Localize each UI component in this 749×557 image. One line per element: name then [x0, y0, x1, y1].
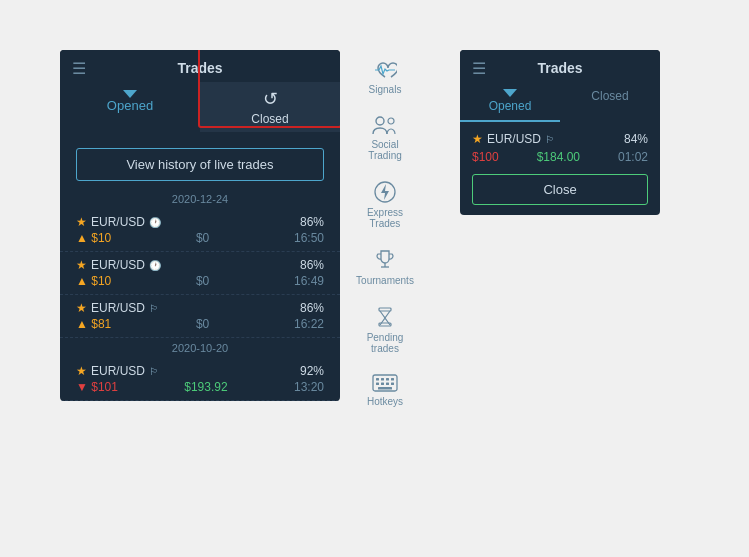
star-icon: ★	[76, 364, 87, 378]
svg-point-2	[388, 118, 394, 124]
popup-trade-pair: ★ EUR/USD 🏳	[472, 132, 555, 146]
keyboard-icon	[372, 374, 398, 392]
view-history-button[interactable]: View history of live trades	[76, 148, 324, 181]
amount-label: ▲ $10	[76, 231, 111, 245]
svg-rect-17	[391, 383, 394, 386]
table-row: ★ EUR/USD 🕐 86% ▲ $10 $0 16:50	[60, 209, 340, 252]
flag-icon: 🏳	[149, 303, 159, 314]
popup-star-icon: ★	[472, 132, 483, 146]
trade-row-bottom: ▼ $101 $193.92 13:20	[76, 380, 324, 394]
trade-pair: ★ EUR/USD 🏳	[76, 364, 159, 378]
popup-opened-caret	[503, 89, 517, 97]
amount-label: ▲ $10	[76, 274, 111, 288]
popup-pair-label: EUR/USD	[487, 132, 541, 146]
close-button[interactable]: Close	[472, 174, 648, 205]
svg-rect-7	[379, 308, 391, 311]
clock-icon: 🕐	[149, 217, 161, 228]
tournaments-label: Tournaments	[356, 275, 414, 286]
main-tabs-area: Opened ↺ Closed	[60, 82, 340, 132]
popup-pct-value: 84%	[624, 132, 648, 146]
lightning-icon	[374, 181, 396, 203]
reload-icon: ↺	[263, 88, 278, 110]
svg-rect-13	[391, 378, 394, 381]
trade-row-top: ★ EUR/USD 🏳 92%	[76, 364, 324, 378]
tab-closed[interactable]: ↺ Closed	[200, 82, 340, 132]
table-row: ★ EUR/USD 🕐 86% ▲ $10 $0 16:49	[60, 252, 340, 295]
popup-trade-area: ★ EUR/USD 🏳 84% $100 $184.00 01:02 Close	[460, 122, 660, 215]
panel-body: View history of live trades 2020-12-24 ★…	[60, 132, 340, 401]
amount-value: $0	[196, 317, 209, 331]
popup-amount-value: $184.00	[537, 150, 580, 164]
express-trades-label: ExpressTrades	[367, 207, 403, 229]
flag-icon: 🏳	[149, 366, 159, 377]
popup-panel-title: Trades	[537, 60, 582, 76]
popup-hamburger-icon[interactable]: ☰	[472, 59, 486, 78]
popup-opened-label: Opened	[489, 99, 532, 113]
star-icon: ★	[76, 215, 87, 229]
social-trading-label: Social Trading	[356, 139, 414, 161]
popup-amount-label: $100	[472, 150, 499, 164]
amount-value: $193.92	[184, 380, 227, 394]
date-separator-2: 2020-10-20	[60, 338, 340, 358]
time-value: 13:20	[294, 380, 324, 394]
pct-value: 86%	[300, 215, 324, 229]
hourglass-icon	[374, 306, 396, 328]
star-icon: ★	[76, 301, 87, 315]
popup-tab-opened[interactable]: Opened	[460, 82, 560, 122]
popup-trade-top: ★ EUR/USD 🏳 84%	[472, 132, 648, 146]
hamburger-icon[interactable]: ☰	[72, 59, 86, 78]
svg-rect-15	[381, 383, 384, 386]
trade-row-top: ★ EUR/USD 🏳 86%	[76, 301, 324, 315]
trade-row-bottom: ▲ $81 $0 16:22	[76, 317, 324, 331]
amount-label: ▲ $81	[76, 317, 111, 331]
trade-row-top: ★ EUR/USD 🕐 86%	[76, 215, 324, 229]
pct-value: 86%	[300, 258, 324, 272]
popup-trades-panel: ☰ Trades Opened Closed ★ EUR/USD 🏳 84% $…	[460, 50, 660, 215]
signals-label: Signals	[369, 84, 402, 95]
svg-rect-10	[376, 378, 379, 381]
sidebar-item-signals[interactable]: Signals	[350, 50, 420, 105]
svg-point-1	[376, 117, 384, 125]
people-icon	[372, 115, 398, 135]
popup-tab-closed[interactable]: Closed	[560, 82, 660, 122]
svg-rect-14	[376, 383, 379, 386]
time-value: 16:50	[294, 231, 324, 245]
amount-value: $0	[196, 231, 209, 245]
pair-label: EUR/USD	[91, 301, 145, 315]
table-row: ★ EUR/USD 🏳 86% ▲ $81 $0 16:22	[60, 295, 340, 338]
popup-trade-bottom: $100 $184.00 01:02	[472, 150, 648, 164]
sidebar-item-social-trading[interactable]: Social Trading	[350, 105, 420, 171]
popup-tabs: Opened Closed	[460, 82, 660, 122]
trophy-icon	[374, 249, 396, 271]
pair-label: EUR/USD	[91, 364, 145, 378]
sidebar-icons: Signals Social Trading ExpressTrades Tou…	[350, 50, 420, 417]
amount-label: ▼ $101	[76, 380, 118, 394]
time-value: 16:22	[294, 317, 324, 331]
popup-time-value: 01:02	[618, 150, 648, 164]
popup-header: ☰ Trades	[460, 50, 660, 82]
popup-closed-label: Closed	[591, 89, 628, 103]
trade-row-top: ★ EUR/USD 🕐 86%	[76, 258, 324, 272]
tab-opened[interactable]: Opened	[60, 82, 200, 132]
main-panel-title: Trades	[177, 60, 222, 76]
tab-closed-label: Closed	[251, 112, 288, 126]
svg-marker-4	[381, 184, 389, 200]
pct-value: 92%	[300, 364, 324, 378]
pair-label: EUR/USD	[91, 258, 145, 272]
hotkeys-label: Hotkeys	[367, 396, 403, 407]
trade-pair: ★ EUR/USD 🕐	[76, 215, 161, 229]
heart-pulse-icon	[373, 60, 397, 80]
sidebar-item-hotkeys[interactable]: Hotkeys	[350, 364, 420, 417]
tab-closed-wrapper: ↺ Closed	[200, 82, 340, 132]
trade-row-bottom: ▲ $10 $0 16:50	[76, 231, 324, 245]
main-panel-header: ☰ Trades	[60, 50, 340, 82]
sidebar-item-pending-trades[interactable]: Pendingtrades	[350, 296, 420, 364]
sidebar-item-express-trades[interactable]: ExpressTrades	[350, 171, 420, 239]
svg-rect-18	[378, 387, 392, 390]
trade-pair: ★ EUR/USD 🏳	[76, 301, 159, 315]
sidebar-item-tournaments[interactable]: Tournaments	[350, 239, 420, 296]
time-value: 16:49	[294, 274, 324, 288]
trade-pair: ★ EUR/USD 🕐	[76, 258, 161, 272]
popup-flag-icon: 🏳	[545, 134, 555, 145]
main-trades-panel: ☰ Trades Opened ↺ Closed View history of…	[60, 50, 340, 401]
